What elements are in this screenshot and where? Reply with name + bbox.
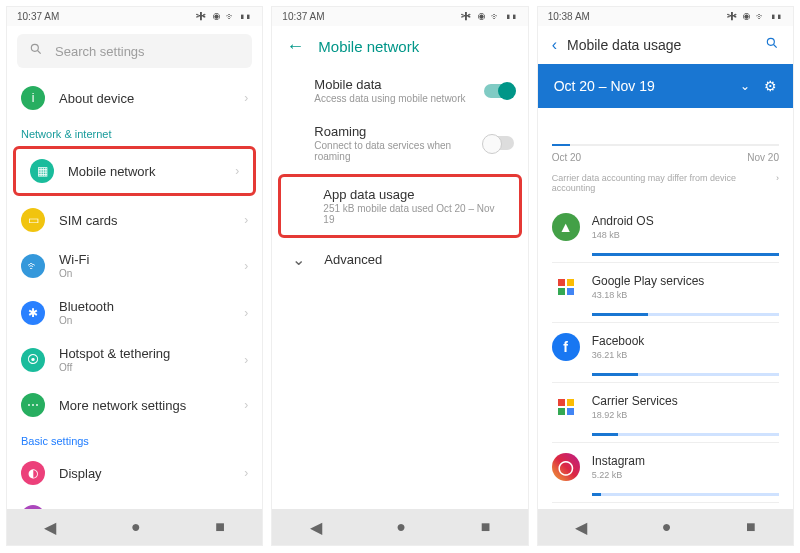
svg-rect-9: [567, 399, 574, 406]
svg-point-2: [767, 38, 774, 45]
highlight-mobile-network: ▦ Mobile network ›: [13, 146, 256, 196]
search-settings[interactable]: Search settings: [17, 34, 252, 68]
page-title: Mobile network: [318, 38, 419, 55]
chevron-right-icon: ›: [244, 213, 248, 227]
mobile-network-icon: ▦: [30, 159, 54, 183]
nav-back-icon[interactable]: ◀: [310, 518, 322, 537]
sim-icon: ▭: [21, 208, 45, 232]
nav-back-icon[interactable]: ◀: [44, 518, 56, 537]
navigation-bar-row[interactable]: ▤ Navigation bar ›: [7, 495, 262, 509]
search-icon: [29, 42, 43, 60]
bluetooth-icon: ✱: [21, 301, 45, 325]
chart-axis: Oct 20 Nov 20: [538, 148, 793, 173]
app-name: Instagram: [592, 454, 779, 468]
date-range: Oct 20 – Nov 19: [554, 78, 740, 94]
app-data-usage-row[interactable]: App data usage 251 kB mobile data used O…: [281, 177, 518, 235]
nav-bar: ◀ ● ■: [538, 509, 793, 545]
info-icon: i: [21, 86, 45, 110]
app-row[interactable]: ◯ Instagram 5.22 kB: [538, 443, 793, 491]
nav-recent-icon[interactable]: ■: [481, 518, 491, 536]
status-icons: ✱ ⦿ ᯤ ▮▮: [461, 11, 517, 22]
about-device-row[interactable]: i About device ›: [7, 76, 262, 120]
bluetooth-row[interactable]: ✱ BluetoothOn ›: [7, 289, 262, 336]
search-icon[interactable]: [765, 36, 779, 54]
status-bar: 10:37 AM ✱ ⦿ ᯤ ▮▮: [272, 7, 527, 26]
app-row[interactable]: ▲ Android OS 148 kB: [538, 203, 793, 251]
svg-rect-8: [558, 399, 565, 406]
more-network-icon: ⋯: [21, 393, 45, 417]
svg-line-1: [38, 51, 41, 54]
nav-home-icon[interactable]: ●: [131, 518, 141, 536]
chevron-down-icon: ⌄: [286, 250, 310, 269]
highlight-app-data-usage: App data usage 251 kB mobile data used O…: [278, 174, 521, 238]
hotspot-row[interactable]: ⦿ Hotspot & tetheringOff ›: [7, 336, 262, 383]
status-icons: ✱ ⦿ ᯤ ▮▮: [727, 11, 783, 22]
display-icon: ◐: [21, 461, 45, 485]
app-size: 5.22 kB: [592, 470, 779, 480]
app-name: Android OS: [592, 214, 779, 228]
display-row[interactable]: ◐ Display ›: [7, 451, 262, 495]
usage-chart: [552, 144, 779, 146]
app-usage-bar: [592, 313, 779, 316]
app-usage-bar: [592, 433, 779, 436]
chevron-right-icon: ›: [244, 91, 248, 105]
app-name: Facebook: [592, 334, 779, 348]
advanced-row[interactable]: ⌄ Advanced: [272, 240, 527, 279]
nav-bar: ◀ ● ■: [7, 509, 262, 545]
date-range-bar[interactable]: Oct 20 – Nov 19 ⌄ ⚙: [538, 64, 793, 108]
app-usage-bar: [592, 373, 779, 376]
app-icon: [552, 393, 580, 421]
wifi-row[interactable]: ᯤ Wi-FiOn ›: [7, 242, 262, 289]
app-row[interactable]: Carrier Services 18.92 kB: [538, 383, 793, 431]
nav-home-icon[interactable]: ●: [662, 518, 672, 536]
chevron-right-icon: ›: [235, 164, 239, 178]
app-usage-bar: [592, 493, 779, 496]
nav-recent-icon[interactable]: ■: [746, 518, 756, 536]
status-bar: 10:38 AM ✱ ⦿ ᯤ ▮▮: [538, 7, 793, 26]
hotspot-icon: ⦿: [21, 348, 45, 372]
gear-icon[interactable]: ⚙: [764, 78, 777, 94]
header: ← Mobile network: [272, 26, 527, 67]
nav-home-icon[interactable]: ●: [396, 518, 406, 536]
nav-back-icon[interactable]: ◀: [575, 518, 587, 537]
app-icon: f: [552, 333, 580, 361]
app-size: 18.92 kB: [592, 410, 779, 420]
svg-point-0: [31, 44, 38, 51]
mobile-data-toggle[interactable]: [484, 84, 514, 98]
chevron-right-icon: ›: [244, 398, 248, 412]
status-icons: ✱ ⦿ ᯤ ▮▮: [196, 11, 252, 22]
svg-rect-7: [567, 288, 574, 295]
back-arrow-icon[interactable]: ←: [286, 36, 304, 57]
nav-recent-icon[interactable]: ■: [215, 518, 225, 536]
wifi-icon: ᯤ: [21, 254, 45, 278]
app-row[interactable]: f Facebook 36.21 kB: [538, 323, 793, 371]
more-network-row[interactable]: ⋯ More network settings ›: [7, 383, 262, 427]
nav-bar: ◀ ● ■: [272, 509, 527, 545]
section-basic-header: Basic settings: [7, 427, 262, 451]
search-placeholder: Search settings: [55, 44, 145, 59]
app-size: 43.18 kB: [592, 290, 779, 300]
chevron-right-icon: ›: [244, 466, 248, 480]
header: ‹ Mobile data usage: [538, 26, 793, 64]
back-chevron-icon[interactable]: ‹: [552, 36, 557, 54]
section-network-header: Network & internet: [7, 120, 262, 144]
app-icon: [552, 273, 580, 301]
status-bar: 10:37 AM ✱ ⦿ ᯤ ▮▮: [7, 7, 262, 26]
carrier-notice[interactable]: Carrier data accounting may differ from …: [538, 173, 793, 203]
roaming-row[interactable]: Roaming Connect to data services when ro…: [272, 114, 527, 172]
mobile-data-row[interactable]: Mobile data Access data using mobile net…: [272, 67, 527, 114]
app-row[interactable]: Google Play services 43.18 kB: [538, 263, 793, 311]
svg-rect-10: [558, 408, 565, 415]
page-title: Mobile data usage: [567, 37, 755, 53]
svg-line-3: [774, 45, 777, 48]
clock: 10:38 AM: [548, 11, 590, 22]
clock: 10:37 AM: [17, 11, 59, 22]
app-name: Carrier Services: [592, 394, 779, 408]
app-icon: ▲: [552, 213, 580, 241]
mobile-network-row[interactable]: ▦ Mobile network ›: [16, 149, 253, 193]
sim-cards-row[interactable]: ▭ SIM cards ›: [7, 198, 262, 242]
chevron-down-icon[interactable]: ⌄: [740, 79, 750, 93]
roaming-toggle[interactable]: [484, 136, 514, 150]
chevron-right-icon: ›: [244, 306, 248, 320]
svg-rect-5: [567, 279, 574, 286]
